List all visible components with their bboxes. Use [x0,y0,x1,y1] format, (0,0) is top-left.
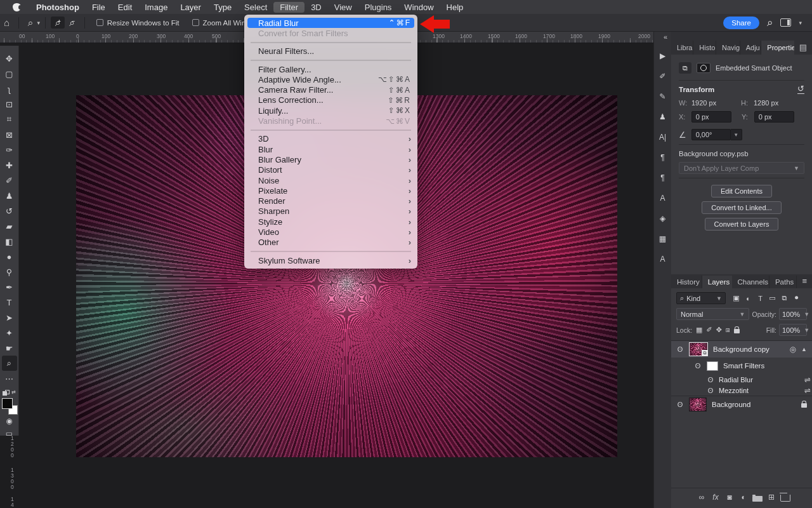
menu-item-render[interactable]: Render › [244,196,417,206]
angle-dropdown-chevron[interactable]: ▼ [731,129,742,140]
brush-tool[interactable]: ✐ [2,173,17,188]
panel-tab[interactable]: Histo [693,41,716,55]
angle-input[interactable]: 0,00° [691,129,731,140]
filter-adjustment-layers-icon[interactable]: ◐ [743,293,754,304]
filter-type-layers-icon[interactable]: T [755,293,766,304]
menu-item-skylum-software[interactable]: Skylum Software › [244,255,417,265]
path-selection-tool[interactable]: ➤ [2,310,17,325]
menu-item-vanishing-point[interactable]: Vanishing Point... ⌥⌘V › [244,116,417,126]
menu-item-convert-smart-filters[interactable]: Convert for Smart Filters › [244,28,417,38]
share-button[interactable]: Share [723,17,759,29]
crop-tool[interactable]: ⌗ [2,112,17,127]
edit-contents-button[interactable]: Edit Contents [711,185,772,197]
zoom-tool[interactable]: ⌕ [2,356,17,371]
zoom-in-button[interactable]: ⌕+ [51,17,65,29]
convert-to-layers-button[interactable]: Convert to Layers [705,218,779,231]
layer-row-background[interactable]: ʘ Background [671,396,812,412]
menu-item-radial-blur[interactable]: Radial Blur ⌃⌘F › [247,18,414,28]
menubar-item[interactable]: Help [440,2,470,13]
menu-item-video[interactable]: Video › [244,227,417,237]
add-mask-icon[interactable]: ◙ [724,492,735,502]
filter-blend-options-icon[interactable]: ⇌ [804,375,811,384]
dodge-tool[interactable]: ⚲ [2,264,17,279]
y-input[interactable]: 0 px [754,111,794,123]
menubar-item[interactable]: View [328,2,358,13]
kind-filter-select[interactable]: ⌕ Kind ▼ [676,292,726,304]
lock-transparent-icon[interactable]: ▦ [696,326,702,334]
menu-item-sharpen[interactable]: Sharpen › [244,206,417,217]
eye-icon[interactable]: ʘ [707,376,714,384]
checkbox[interactable] [192,19,199,26]
adjustment-layer-icon[interactable]: ◐ [738,492,749,502]
filter-pixel-layers-icon[interactable]: ▣ [731,293,742,304]
eye-icon[interactable]: ʘ [676,401,684,408]
workspace-icon[interactable] [780,18,791,27]
menubar-item[interactable]: 3D [304,2,328,13]
smart-filters-row[interactable]: ʘ Smart Filters [671,358,812,374]
panel-tab[interactable]: Paths [769,276,797,288]
x-input[interactable]: 0 px [691,111,731,123]
hand-tool[interactable]: ☛ [2,340,17,356]
brush-settings-icon[interactable]: ✐ [655,69,671,84]
glyphs-icon[interactable]: A [655,251,671,267]
panel-tab[interactable]: Properties [761,41,794,55]
menubar-item[interactable]: Image [138,2,174,13]
menubar-item[interactable]: Type [207,2,238,13]
menu-item-blur[interactable]: Blur › [244,144,417,154]
clone-source-icon[interactable]: ♟ [655,109,671,124]
lock-pixels-icon[interactable]: ✐ [707,326,712,334]
zoom-out-button[interactable]: ⌕− [65,17,79,29]
menu-item-blur-gallery[interactable]: Blur Gallery › [244,154,417,164]
paragraph-icon[interactable]: ¶ [655,150,671,165]
lasso-tool[interactable]: ʅ [2,81,17,97]
fill-input[interactable]: 100% ▼ [779,324,807,336]
eraser-tool[interactable]: ▰ [2,218,17,234]
menubar-item[interactable]: Layer [174,2,207,13]
color-swatches[interactable] [1,398,18,415]
frame-tool[interactable]: ⊠ [2,127,17,142]
pen-tool[interactable]: ✒ [2,279,17,295]
resize-windows-checkbox[interactable]: Resize Windows to Fit [96,19,180,27]
search-icon[interactable]: ⌕ [767,17,773,29]
new-group-icon[interactable] [752,496,763,502]
panel-tab[interactable]: Adju [740,41,762,55]
delete-layer-icon[interactable] [780,495,790,502]
menu-item-3d[interactable]: 3D › [244,134,417,144]
blend-mode-select[interactable]: Normal ▼ [676,308,749,320]
lock-artboard-icon[interactable]: ⧈ [726,326,730,334]
menu-item-pixelate[interactable]: Pixelate › [244,185,417,196]
default-swap-colors-icon[interactable]: ⇄ [3,389,16,396]
filter-smart-objects-icon[interactable]: ⧉ [779,293,790,304]
panel-tab[interactable]: Channels [732,276,769,288]
menubar-item[interactable]: Select [238,2,273,13]
checkbox[interactable] [96,19,103,26]
menu-item-camera-raw[interactable]: Camera Raw Filter... ⇧⌘A › [244,84,417,95]
convert-to-linked-button[interactable]: Convert to Linked... [702,201,781,214]
menu-item-lens-correction[interactable]: Lens Correction... ⇧⌘R › [244,95,417,105]
opacity-input[interactable]: 100% ▼ [779,308,807,320]
filter-mask-thumbnail[interactable] [707,361,718,371]
object-selection-tool[interactable]: ⊡ [2,97,17,112]
smart-filter-radial-blur-row[interactable]: ʘ Radial Blur ⇌ [671,374,812,385]
new-layer-icon[interactable]: ⊞ [766,492,776,502]
foreground-color-swatch[interactable] [2,398,13,409]
menu-item-neural-filters[interactable]: Neural Filters... › [244,46,417,57]
menubar-item[interactable]: Window [398,2,440,13]
menu-item-filter-gallery[interactable]: Filter Gallery... › [244,64,417,74]
menu-item-noise[interactable]: Noise › [244,175,417,185]
menubar-item[interactable]: Plugins [358,2,398,13]
history-brush-tool[interactable]: ↺ [2,203,17,218]
filter-shape-layers-icon[interactable]: ▭ [767,293,778,304]
layer-thumbnail[interactable]: ⧉ [689,342,708,356]
move-tool[interactable]: ✥ [2,51,17,66]
clone-stamp-tool[interactable]: ♟ [2,188,17,203]
reset-transform-icon[interactable]: ↺ [797,84,804,94]
smart-filter-indicator-icon[interactable]: ◎ [790,345,796,354]
eye-icon[interactable]: ʘ [676,345,684,353]
layer-effects-icon[interactable]: fx [710,492,721,502]
menubar-item[interactable]: Edit [112,2,138,13]
menu-item-liquify[interactable]: Liquify... ⇧⌘X › [244,105,417,116]
panel-tab[interactable]: Navig [716,41,740,55]
zoom-tool-dropdown[interactable]: ⌕ ▾ [24,18,40,27]
menu-item-other[interactable]: Other › [244,237,417,248]
